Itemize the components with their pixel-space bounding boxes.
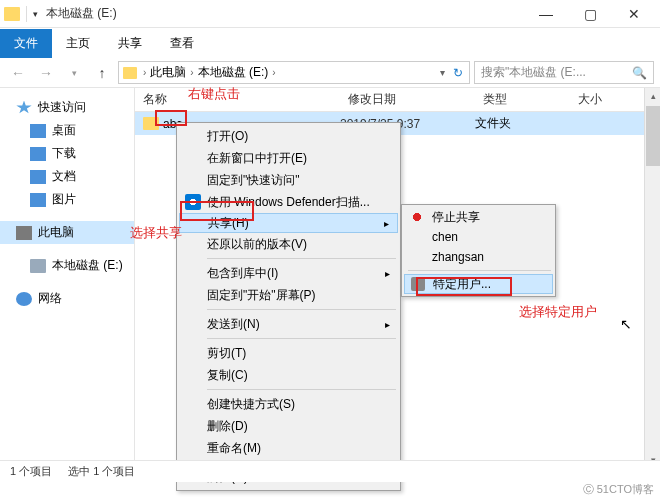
menu-rename[interactable]: 重命名(M) <box>179 437 398 459</box>
search-icon: 🔍 <box>632 66 647 80</box>
nav-desktop[interactable]: 桌面 <box>0 119 134 142</box>
menu-defender-scan[interactable]: 使用 Windows Defender扫描... <box>179 191 398 213</box>
nav-pictures[interactable]: 图片 <box>0 188 134 211</box>
path-drive-icon <box>123 67 137 79</box>
menu-delete[interactable]: 删除(D) <box>179 415 398 437</box>
quick-access-dropdown-icon[interactable]: ▾ <box>29 9 42 19</box>
menu-include-library[interactable]: 包含到库中(I)▸ <box>179 262 398 284</box>
app-folder-icon <box>4 7 20 21</box>
submenu-stop-sharing[interactable]: 停止共享 <box>404 207 553 227</box>
status-selected-count: 选中 1 个项目 <box>68 464 135 479</box>
nav-network[interactable]: 网络 <box>0 287 134 310</box>
breadcrumb-drive[interactable]: 本地磁盘 (E:) <box>196 64 271 81</box>
menu-create-shortcut[interactable]: 创建快捷方式(S) <box>179 393 398 415</box>
status-item-count: 1 个项目 <box>10 464 52 479</box>
stop-icon <box>410 210 424 224</box>
nav-downloads[interactable]: 下载 <box>0 142 134 165</box>
menu-pin-start[interactable]: 固定到"开始"屏幕(P) <box>179 284 398 306</box>
submenu-user-zhangsan[interactable]: zhangsan <box>404 247 553 267</box>
recent-dropdown-icon[interactable]: ▾ <box>62 61 86 85</box>
menu-send-to[interactable]: 发送到(N)▸ <box>179 313 398 335</box>
cursor-icon: ↖ <box>620 316 632 332</box>
col-type[interactable]: 类型 <box>475 91 570 108</box>
submenu-arrow-icon: ▸ <box>385 319 390 330</box>
navigation-pane: 快速访问 桌面 下载 文档 图片 此电脑 本地磁盘 (E:) 网络 <box>0 88 135 468</box>
col-name[interactable]: 名称 <box>135 91 340 108</box>
submenu-arrow-icon: ▸ <box>384 218 389 229</box>
up-button[interactable]: ↑ <box>90 61 114 85</box>
pc-icon <box>16 226 32 240</box>
minimize-button[interactable]: — <box>524 0 568 28</box>
address-bar: ← → ▾ ↑ › 此电脑 › 本地磁盘 (E:) › ▾ ↻ 搜索"本地磁盘 … <box>0 58 660 88</box>
vertical-scrollbar[interactable]: ▴ ▾ <box>644 88 660 468</box>
search-placeholder: 搜索"本地磁盘 (E:... <box>481 64 586 81</box>
nav-this-pc[interactable]: 此电脑 <box>0 221 134 244</box>
close-button[interactable]: ✕ <box>612 0 656 28</box>
col-size[interactable]: 大小 <box>570 91 630 108</box>
maximize-button[interactable]: ▢ <box>568 0 612 28</box>
document-icon <box>30 170 46 184</box>
tab-share[interactable]: 共享 <box>104 29 156 58</box>
status-bar: 1 个项目 选中 1 个项目 <box>0 460 660 482</box>
window-title: 本地磁盘 (E:) <box>42 5 524 22</box>
menu-share[interactable]: 共享(H)▸ <box>179 213 398 233</box>
menu-open-new-window[interactable]: 在新窗口中打开(E) <box>179 147 398 169</box>
context-menu: 打开(O) 在新窗口中打开(E) 固定到"快速访问" 使用 Windows De… <box>176 122 401 491</box>
ribbon-tabs: 文件 主页 共享 查看 <box>0 28 660 58</box>
address-dropdown-icon[interactable]: ▾ <box>440 67 445 78</box>
menu-open[interactable]: 打开(O) <box>179 125 398 147</box>
tab-file[interactable]: 文件 <box>0 29 52 58</box>
menu-cut[interactable]: 剪切(T) <box>179 342 398 364</box>
nav-quick-access[interactable]: 快速访问 <box>0 96 134 119</box>
picture-icon <box>30 193 46 207</box>
menu-restore-versions[interactable]: 还原以前的版本(V) <box>179 233 398 255</box>
download-icon <box>30 147 46 161</box>
submenu-arrow-icon: ▸ <box>385 268 390 279</box>
col-date[interactable]: 修改日期 <box>340 91 475 108</box>
column-headers: 名称 修改日期 类型 大小 <box>135 88 660 112</box>
share-submenu: 停止共享 chen zhangsan 特定用户... <box>401 204 556 297</box>
drive-icon <box>30 259 46 273</box>
desktop-icon <box>30 124 46 138</box>
nav-documents[interactable]: 文档 <box>0 165 134 188</box>
nav-drive-e[interactable]: 本地磁盘 (E:) <box>0 254 134 277</box>
scroll-thumb[interactable] <box>646 106 660 166</box>
back-button[interactable]: ← <box>6 61 30 85</box>
title-bar: ▾ 本地磁盘 (E:) — ▢ ✕ <box>0 0 660 28</box>
defender-icon <box>185 194 201 210</box>
menu-pin-quick-access[interactable]: 固定到"快速访问" <box>179 169 398 191</box>
scroll-up-icon[interactable]: ▴ <box>645 88 660 104</box>
tab-view[interactable]: 查看 <box>156 29 208 58</box>
tab-home[interactable]: 主页 <box>52 29 104 58</box>
star-icon <box>16 101 32 115</box>
submenu-user-chen[interactable]: chen <box>404 227 553 247</box>
user-icon <box>411 277 425 291</box>
menu-copy[interactable]: 复制(C) <box>179 364 398 386</box>
search-input[interactable]: 搜索"本地磁盘 (E:... 🔍 <box>474 61 654 84</box>
folder-icon <box>143 117 159 130</box>
breadcrumb-pc[interactable]: 此电脑 <box>148 64 188 81</box>
forward-button[interactable]: → <box>34 61 58 85</box>
watermark: Ⓒ 51CTO博客 <box>583 482 654 497</box>
refresh-icon[interactable]: ↻ <box>453 66 463 80</box>
submenu-specific-users[interactable]: 特定用户... <box>404 274 553 294</box>
address-path[interactable]: › 此电脑 › 本地磁盘 (E:) › ▾ ↻ <box>118 61 470 84</box>
file-type: 文件夹 <box>475 115 570 132</box>
network-icon <box>16 292 32 306</box>
